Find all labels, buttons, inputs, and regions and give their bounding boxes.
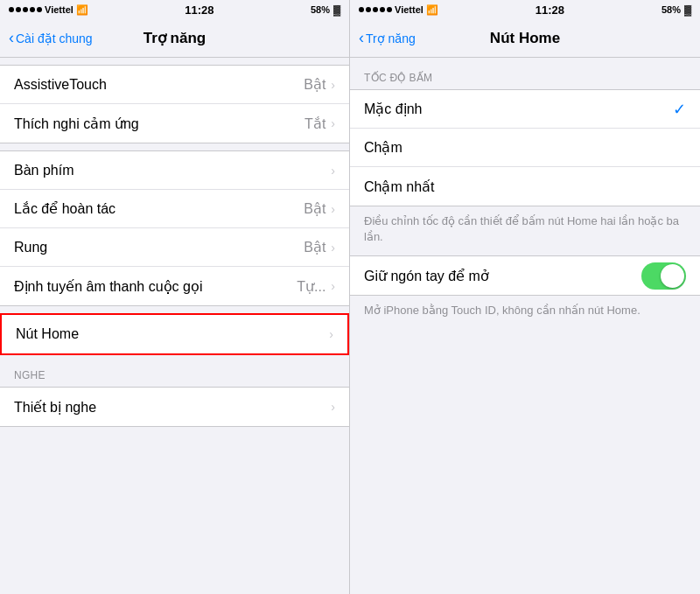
list-item-hearing[interactable]: Thiết bị nghe › [0,388,349,426]
nav-title-left: Trợ năng [144,29,206,47]
speed-default-check: ✓ [673,100,686,119]
status-left: Viettel 📶 [9,4,88,16]
battery-icon-right: ▓ [684,4,691,15]
toggle-label: Giữ ngón tay để mở [364,268,489,284]
speed-default-label: Mặc định [364,101,422,117]
audio-route-chevron: › [331,279,335,293]
hearing-label: Thiết bị nghe [14,399,96,416]
nuthome-label: Nút Home [16,326,79,342]
toggle-knob [661,264,684,288]
wifi-icon-right: 📶 [426,4,438,16]
nav-bar-right: ‹ Trợ năng Nút Home [350,19,700,58]
back-button-left[interactable]: ‹ Cài đặt chung [9,29,93,47]
status-bar-right: Viettel 📶 11:28 58% ▓ [350,0,700,19]
rdot4 [380,7,385,12]
spacer2 [0,143,349,150]
shake-right: Bật › [304,200,335,217]
keyboard-chevron: › [331,164,335,178]
assistivetouch-right: Bật › [304,76,335,93]
battery-left: 58% [311,4,330,15]
keyboard-right: › [331,164,335,178]
dot3 [23,7,28,12]
battery-right: 58% [662,4,681,15]
left-panel: Viettel 📶 11:28 58% ▓ ‹ Cài đặt chung Tr… [0,0,350,594]
assistivetouch-label: AssistiveTouch [14,77,107,93]
audio-route-label: Định tuyến âm thanh cuộc gọi [14,278,202,295]
status-bar-left: Viettel 📶 11:28 58% ▓ [0,0,349,19]
list-group-nghe: Thiết bị nghe › [0,387,349,427]
section-speed: TỐC ĐỘ BẤM [350,58,700,89]
speed-slowest-label: Chậm nhất [364,178,434,195]
toggle-row[interactable]: Giữ ngón tay để mở [350,256,700,295]
back-button-right[interactable]: ‹ Trợ năng [359,29,416,47]
touch-adapt-label: Thích nghi cảm ứng [14,115,139,132]
hearing-right: › [331,400,335,414]
toggle-info: Mở iPhone bằng Touch ID, không cần nhấn … [350,296,700,329]
audio-route-right: Tự... › [297,278,335,295]
carrier-left: Viettel [45,4,74,15]
spacer3 [0,306,349,313]
nuthome-right: › [329,327,333,341]
touch-adapt-chevron: › [331,116,335,130]
dot4 [30,7,35,12]
assistivetouch-chevron: › [331,78,335,92]
rdot5 [387,7,392,12]
toggle-group: Giữ ngón tay để mở [350,255,700,296]
list-item-keyboard[interactable]: Bàn phím › [0,151,349,190]
right-panel: Viettel 📶 11:28 58% ▓ ‹ Trợ năng Nút Hom… [350,0,700,594]
audio-route-value: Tự... [297,278,326,295]
toggle-switch[interactable] [641,262,686,290]
keyboard-label: Bàn phím [14,163,74,178]
vibration-label: Rung [14,240,47,255]
list-item-audio-route[interactable]: Định tuyến âm thanh cuộc gọi Tự... › [0,267,349,305]
status-left-right: Viettel 📶 [359,4,438,16]
spacer1 [0,58,349,65]
time-left: 11:28 [185,3,214,17]
vibration-right: Bật › [304,239,335,255]
speed-options-group: Mặc định ✓ Chậm Chậm nhất [350,89,700,206]
touch-adapt-value: Tắt [304,115,326,132]
dot2 [16,7,21,12]
assistivetouch-value: Bật [304,76,326,93]
back-arrow-right: ‹ [359,29,364,47]
speed-option-slow[interactable]: Chậm [350,129,700,167]
status-right-left: 58% ▓ [311,4,340,15]
status-right-right: 58% ▓ [662,4,691,15]
dot5 [37,7,42,12]
back-label-right: Trợ năng [366,31,416,45]
hearing-chevron: › [331,400,335,414]
nuthome-chevron: › [329,327,333,341]
list-item-assistivetouch[interactable]: AssistiveTouch Bật › [0,66,349,104]
back-arrow-left: ‹ [9,29,14,47]
dot1 [9,7,14,12]
nav-title-right: Nút Home [490,30,560,47]
list-group-nuthome: Nút Home › [0,313,349,355]
shake-value: Bật [304,200,326,217]
shake-label: Lắc để hoàn tác [14,200,116,217]
touch-adapt-right: Tắt › [304,115,335,132]
rdot3 [373,7,378,12]
list-item-shake[interactable]: Lắc để hoàn tác Bật › [0,190,349,228]
list-item-vibration[interactable]: Rung Bật › [0,228,349,267]
rdot1 [359,7,364,12]
list-item-touch-adapt[interactable]: Thích nghi cảm ứng Tắt › [0,104,349,143]
list-group1: AssistiveTouch Bật › Thích nghi cảm ứng … [0,65,349,143]
section-nghe: NGHE [0,355,349,387]
battery-icon-left: ▓ [333,4,340,15]
carrier-right: Viettel [395,4,424,15]
vibration-value: Bật [304,239,326,255]
signal-dots [9,7,42,12]
shake-chevron: › [331,202,335,216]
speed-option-default[interactable]: Mặc định ✓ [350,90,700,129]
list-item-nuthome[interactable]: Nút Home › [2,315,347,353]
signal-dots-right [359,7,392,12]
vibration-chevron: › [331,241,335,255]
back-label-left: Cài đặt chung [16,31,93,45]
list-group2: Bàn phím › Lắc để hoàn tác Bật › Rung Bậ… [0,150,349,306]
speed-slow-label: Chậm [364,139,402,156]
speed-info: Điều chỉnh tốc độ cần thiết để bấm nút H… [350,206,700,255]
rdot2 [366,7,371,12]
nav-bar-left: ‹ Cài đặt chung Trợ năng [0,19,349,58]
speed-option-slowest[interactable]: Chậm nhất [350,167,700,206]
wifi-icon-left: 📶 [76,4,88,16]
